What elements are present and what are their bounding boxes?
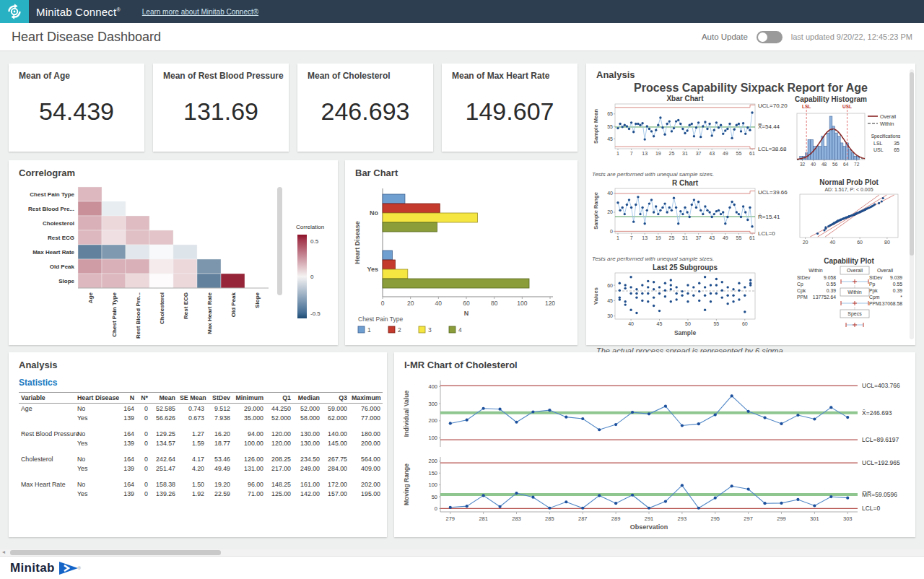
stats-cell: 62.000 [322, 413, 349, 422]
svg-text:Individual Value: Individual Value [403, 391, 410, 437]
kpi-value: 149.607 [442, 81, 578, 152]
svg-text:40: 40 [628, 321, 634, 326]
brand-title: Minitab Connect® [36, 6, 121, 18]
stats-cell: No [75, 479, 118, 489]
scrollbar-thumb[interactable] [10, 550, 221, 555]
svg-text:25: 25 [669, 235, 675, 240]
svg-text:Rest ECG: Rest ECG [48, 235, 74, 241]
svg-text:Chest Pain Type: Chest Pain Type [358, 315, 403, 323]
svg-text:37: 37 [696, 235, 702, 240]
svg-text:LCL=89.6197: LCL=89.6197 [862, 436, 899, 443]
kpi-card-mean-cholesterol: Mean of Cholesterol 246.693 [297, 64, 433, 152]
svg-text:Last 25 Subgroups: Last 25 Subgroups [653, 264, 718, 271]
svg-text:Age: Age [87, 292, 94, 303]
stats-cell: 157.00 [322, 489, 349, 498]
svg-text:31: 31 [682, 151, 688, 156]
svg-text:0: 0 [381, 300, 385, 307]
svg-text:297: 297 [744, 515, 753, 522]
svg-text:20: 20 [803, 240, 808, 245]
svg-text:Pp: Pp [869, 282, 876, 287]
auto-update-toggle[interactable] [757, 31, 783, 43]
svg-text:1: 1 [616, 235, 619, 240]
stats-table-row: Yes1390134.571.5918.77100.00120.00130.00… [19, 438, 383, 448]
capability-histogram: Capability HistogramLSLUSL324048566472Ov… [793, 95, 905, 175]
scrollbar-vertical[interactable] [910, 69, 914, 339]
learn-more-link[interactable]: Learn more about Minitab Connect® [142, 8, 258, 16]
stats-cell: 7.938 [206, 413, 232, 422]
svg-text:Yes: Yes [367, 266, 378, 273]
stats-cell: 120.00 [266, 438, 293, 448]
stats-cell: 1.92 [178, 489, 206, 498]
svg-text:LCL=38.68: LCL=38.68 [758, 146, 787, 152]
kpi-value: 246.693 [297, 81, 433, 152]
stats-cell: 139 [118, 438, 136, 448]
svg-text:UCL=39.66: UCL=39.66 [758, 189, 788, 196]
stats-cell: 1.27 [178, 429, 206, 438]
minitab-logo-icon [59, 561, 78, 575]
stats-cell: Yes [75, 438, 118, 448]
stats-cell: 0 [136, 404, 150, 414]
svg-text:100: 100 [428, 435, 437, 441]
minitab-connect-logo-icon[interactable] [0, 0, 29, 23]
scroll-left-arrow-icon[interactable]: ◂ [2, 549, 5, 555]
svg-text:40: 40 [607, 191, 613, 196]
svg-text:55: 55 [736, 235, 742, 240]
svg-text:N: N [464, 310, 469, 317]
svg-text:StDev: StDev [797, 275, 811, 280]
svg-text:Max Heart Rate: Max Heart Rate [32, 249, 74, 256]
svg-text:40: 40 [811, 162, 816, 167]
scrollbar-thumb[interactable] [910, 72, 914, 256]
imr-chart: 100200300400UCL=403.766X̄=246.693LCL=89.… [398, 375, 908, 532]
svg-text:Cpk: Cpk [797, 288, 806, 294]
svg-text:Slope: Slope [58, 278, 74, 284]
svg-text:Sample Range: Sample Range [593, 192, 599, 230]
stats-cell: 52.000 [266, 413, 293, 422]
stats-cell: 0 [136, 463, 150, 473]
svg-text:400: 400 [428, 383, 437, 390]
svg-text:Sample Mean: Sample Mean [593, 109, 599, 144]
svg-text:49: 49 [723, 235, 728, 240]
svg-text:0.55: 0.55 [827, 282, 836, 287]
stats-col-header: Maximum [349, 393, 383, 404]
stats-cell: 564.00 [349, 454, 383, 463]
stats-cell: 131.00 [232, 463, 266, 473]
stats-col-header: Mean [150, 393, 178, 404]
svg-text:32: 32 [800, 162, 806, 167]
svg-text:0.5: 0.5 [310, 238, 319, 245]
svg-text:40: 40 [829, 240, 835, 245]
svg-text:303: 303 [843, 515, 853, 522]
page-title: Heart Disease Dashboard [12, 30, 161, 45]
stats-cell: 249.00 [293, 463, 322, 473]
kpi-value: 131.69 [153, 81, 289, 152]
svg-text:Slope: Slope [254, 292, 261, 308]
stats-cell: 52.000 [293, 404, 322, 414]
stats-cell: 0.743 [178, 404, 206, 414]
kpi-card-mean-rest-bp: Mean of Rest Blood Pressure 131.69 [153, 64, 289, 152]
kpi-label: Mean of Rest Blood Pressure [153, 64, 289, 81]
svg-text:LSL: LSL [802, 104, 811, 109]
svg-text:150: 150 [428, 470, 437, 476]
stats-cell: 139.26 [150, 489, 178, 498]
stats-cell: 130.00 [293, 438, 322, 448]
svg-text:60: 60 [742, 321, 748, 326]
svg-text:137068.58: 137068.58 [879, 301, 902, 306]
stats-cell: 161.00 [293, 479, 322, 489]
svg-text:Rest ECG: Rest ECG [183, 292, 189, 319]
svg-text:Within: Within [808, 268, 823, 273]
svg-text:Cholesterol: Cholesterol [159, 292, 165, 324]
kpi-label: Mean of Max Heart Rate [442, 64, 578, 81]
panel-title: Analysis [9, 352, 387, 370]
svg-text:13: 13 [642, 151, 648, 156]
svg-text:50: 50 [685, 321, 691, 326]
svg-text:LSL: LSL [873, 141, 883, 146]
stats-cell: No [75, 429, 118, 438]
stats-cell: Age [19, 404, 75, 414]
stats-cell: 284.00 [322, 463, 349, 473]
stats-cell: 145.00 [322, 438, 349, 448]
stats-cell: 172.00 [322, 479, 349, 489]
scrollbar-horizontal[interactable]: ◂ [0, 549, 924, 556]
svg-text:72: 72 [854, 162, 860, 167]
svg-text:4: 4 [458, 326, 462, 334]
kpi-label: Mean of Age [9, 64, 144, 81]
stats-cell: Max Heart Rate [19, 479, 75, 489]
